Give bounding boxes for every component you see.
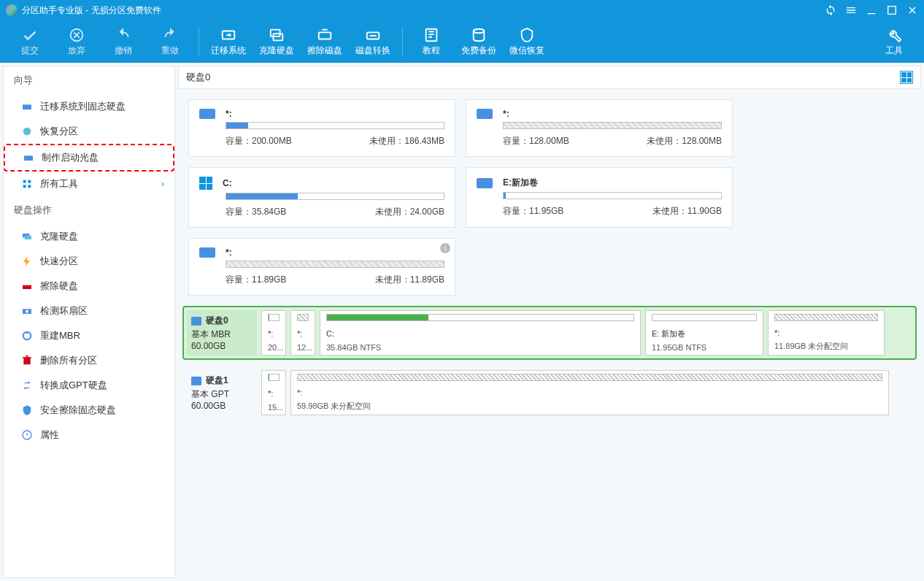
drive-icon xyxy=(191,377,201,385)
disk-name: 硬盘1 xyxy=(206,374,228,387)
usage-bar xyxy=(503,122,722,129)
window-controls xyxy=(825,4,918,16)
backup-button[interactable]: 免费备份 xyxy=(455,21,502,62)
sidebar-icon xyxy=(21,255,33,267)
sidebar-item[interactable]: 重建MBR xyxy=(4,323,174,348)
sidebar-item[interactable]: 删除所有分区 xyxy=(4,348,174,373)
sidebar-item[interactable]: 擦除硬盘 xyxy=(4,274,174,299)
sidebar-item[interactable]: 属性 xyxy=(4,423,174,447)
chevron-right-icon: › xyxy=(161,179,164,189)
redo-button[interactable]: 重做 xyxy=(147,21,193,62)
disk-row-partition[interactable]: *: 12... xyxy=(290,310,315,355)
close-icon[interactable] xyxy=(906,4,918,16)
redo-label: 重做 xyxy=(161,45,179,57)
maximize-icon[interactable] xyxy=(886,4,898,16)
disk-row-partition[interactable]: C: 35.84GB NTFS xyxy=(320,310,641,355)
undo-button[interactable]: 撤销 xyxy=(101,21,146,62)
sidebar-item-label: 快速分区 xyxy=(40,255,78,268)
wipe-label: 擦除磁盘 xyxy=(307,45,342,57)
tools-label: 工具 xyxy=(885,45,903,57)
disk-row-partition[interactable]: *: 11.89GB 未分配空间 xyxy=(768,310,885,355)
disk-row-partition[interactable]: E: 新加卷 11.95GB NTFS xyxy=(645,310,763,355)
app-logo-icon xyxy=(6,4,18,16)
partition-card[interactable]: E:新加卷 容量：11.95GB未使用：11.90GB xyxy=(466,167,733,228)
disk-row-partition[interactable]: *: 15... xyxy=(261,370,286,415)
drive-icon xyxy=(477,109,493,119)
migrate-label: 迁移系统 xyxy=(211,45,246,57)
tutorial-button[interactable]: 教程 xyxy=(409,21,454,62)
sidebar-icon xyxy=(21,355,33,366)
disk-header: 硬盘0 xyxy=(178,66,921,89)
sidebar-item-label: 擦除硬盘 xyxy=(40,280,78,293)
refresh-icon[interactable] xyxy=(825,4,836,16)
partition-row-size: 35.84GB NTFS xyxy=(326,343,634,352)
sidebar-item[interactable]: 检测坏扇区 xyxy=(4,299,174,323)
discard-button[interactable]: 放弃 xyxy=(54,21,99,62)
partition-name: *: xyxy=(503,109,509,119)
disk-name: 硬盘0 xyxy=(206,315,228,327)
capacity-text: 容量：11.89GB xyxy=(226,274,286,286)
sidebar-item[interactable]: 恢复分区 xyxy=(4,119,174,144)
sidebar-item[interactable]: 克隆硬盘 xyxy=(4,224,174,249)
svg-rect-17 xyxy=(23,285,31,289)
info-badge-icon: i xyxy=(440,243,450,253)
sidebar-icon xyxy=(21,178,33,190)
sidebar-item-label: 克隆硬盘 xyxy=(40,230,78,243)
unused-text: 未使用：11.89GB xyxy=(375,274,444,286)
partition-name: *: xyxy=(226,109,232,119)
migrate-os-button[interactable]: 迁移系统 xyxy=(205,21,252,62)
svg-rect-13 xyxy=(23,185,26,188)
undo-label: 撤销 xyxy=(115,45,132,57)
toolbar-separator xyxy=(199,27,199,56)
clone-label: 克隆硬盘 xyxy=(259,45,294,57)
disk-row[interactable]: 硬盘1 基本 GPT 60.00GB *: 15... *: 59.98GB 未… xyxy=(182,366,917,420)
view-grid-icon[interactable] xyxy=(900,71,913,84)
sidebar-icon xyxy=(21,429,33,441)
svg-rect-12 xyxy=(28,180,31,183)
partition-card[interactable]: *: 容量：200.00MB未使用：186.43MB xyxy=(188,99,455,157)
disk-row[interactable]: 硬盘0 基本 MBR 60.00GB *: 20... *: 12... C: … xyxy=(182,306,917,360)
partition-bar xyxy=(297,374,882,381)
sidebar-section-diskops: 硬盘操作 xyxy=(4,196,174,224)
windows-icon xyxy=(199,177,212,190)
partition-row-size: 12... xyxy=(297,343,309,352)
disk-size: 60.00GB xyxy=(191,341,253,351)
toolbar: 提交 放弃 撤销 重做 迁移系统 克隆硬盘 擦除磁盘 磁盘转换 教程 免费备份 … xyxy=(0,20,924,63)
partition-row-size: 15... xyxy=(268,403,280,412)
partition-bar xyxy=(268,314,280,321)
commit-label: 提交 xyxy=(21,45,39,57)
backup-label: 免费备份 xyxy=(461,45,496,57)
sidebar-icon xyxy=(21,126,33,137)
window-title: 分区助手专业版 - 无损分区免费软件 xyxy=(22,4,825,17)
wechat-recover-button[interactable]: 微信恢复 xyxy=(504,21,550,62)
disk-row-partition[interactable]: *: 59.98GB 未分配空间 xyxy=(290,370,889,415)
wipe-disk-button[interactable]: 擦除磁盘 xyxy=(301,21,348,62)
sidebar-item[interactable]: 安全擦除固态硬盘 xyxy=(4,398,174,423)
sidebar-item[interactable]: 快速分区 xyxy=(4,249,174,274)
tools-button[interactable]: 工具 xyxy=(871,21,917,62)
sidebar-item-label: 恢复分区 xyxy=(40,125,78,138)
unused-text: 未使用：24.00GB xyxy=(375,206,444,218)
drive-icon xyxy=(477,178,493,188)
partition-card[interactable]: *: 容量：128.00MB未使用：128.00MB xyxy=(466,99,733,157)
menu-icon[interactable] xyxy=(845,4,857,16)
convert-disk-button[interactable]: 磁盘转换 xyxy=(350,21,396,62)
sidebar-item[interactable]: 制作启动光盘 xyxy=(4,144,174,172)
sidebar-icon xyxy=(21,305,33,317)
capacity-text: 容量：200.00MB xyxy=(226,135,292,147)
sidebar-item[interactable]: 转换成GPT硬盘 xyxy=(4,373,174,398)
minimize-icon[interactable] xyxy=(866,4,877,16)
clone-disk-button[interactable]: 克隆硬盘 xyxy=(253,21,300,62)
partition-card[interactable]: i *: 容量：11.89GB未使用：11.89GB xyxy=(188,238,455,296)
sidebar-item[interactable]: 所有工具› xyxy=(4,172,174,196)
capacity-text: 容量：11.95GB xyxy=(503,205,563,218)
partition-bar xyxy=(652,314,757,321)
commit-button[interactable]: 提交 xyxy=(7,21,53,62)
disk-row-partition[interactable]: *: 20... xyxy=(261,310,286,355)
sidebar-item-label: 转换成GPT硬盘 xyxy=(40,379,107,392)
partition-card[interactable]: C: 容量：35.84GB未使用：24.00GB xyxy=(188,167,455,228)
sidebar-item[interactable]: 迁移系统到固态硬盘 xyxy=(4,94,174,119)
partition-row-size: 20... xyxy=(268,343,280,352)
tutorial-label: 教程 xyxy=(423,45,440,57)
partition-row-name: C: xyxy=(326,329,634,338)
